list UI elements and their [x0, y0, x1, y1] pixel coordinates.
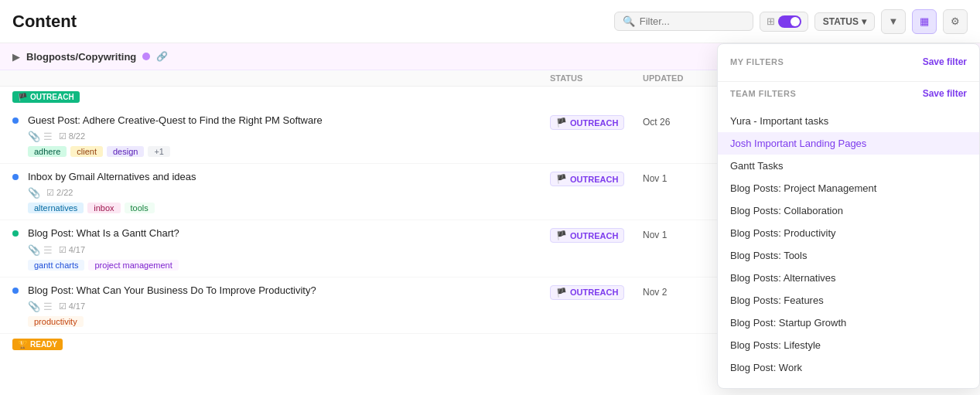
my-filters-title: MY FILTERS	[730, 57, 784, 66]
status-badge: 🏴 OUTREACH	[550, 228, 624, 243]
task-icons: 📎 ☰	[28, 244, 53, 256]
task-content: Inbox by Gmail Alternatives and ideas 📎 …	[28, 170, 550, 213]
filter-item-bp-features[interactable]: Blog Posts: Features	[718, 289, 979, 312]
filter-item-josh[interactable]: Josh Important Landing Pages	[718, 132, 979, 155]
task-title: Guest Post: Adhere Creative-Quest to Fin…	[28, 114, 550, 128]
group-toggle[interactable]: ▶	[12, 51, 20, 63]
outreach-badge: 🏴 OUTREACH	[12, 91, 80, 103]
ready-badge: 🏆 READY	[12, 339, 63, 350]
filter-input-wrap[interactable]: 🔍	[614, 12, 753, 31]
status-badge: 🏴 OUTREACH	[550, 285, 624, 300]
filter-item-gantt[interactable]: Gantt Tasks	[718, 155, 979, 177]
team-filters-section: TEAM FILTERS Save filter	[718, 85, 979, 110]
task-icons: 📎 ☰	[28, 301, 53, 312]
task-indicator	[12, 230, 19, 237]
table-icon: ▦	[920, 15, 929, 27]
group-dot	[142, 53, 150, 60]
tag: design	[107, 146, 144, 157]
grid-icon: ⊞	[767, 15, 775, 27]
header: Content 🔍 ⊞ STATUS ▾ ▼ ▦	[0, 0, 980, 43]
tag: client	[70, 146, 103, 157]
view-button[interactable]: ▦	[912, 9, 937, 34]
toggle-wrap: ⊞	[760, 12, 808, 32]
search-icon: 🔍	[623, 15, 635, 27]
task-status: 🏴 OUTREACH	[550, 226, 643, 243]
task-status: 🏴 OUTREACH	[550, 170, 643, 186]
group-name: Blogposts/Copywriting	[26, 51, 136, 63]
task-title: Inbox by Gmail Alternatives and ideas	[28, 170, 550, 184]
app-container: Content 🔍 ⊞ STATUS ▾ ▼ ▦	[0, 0, 980, 395]
filter-item-bp-collab[interactable]: Blog Posts: Collaboration	[718, 199, 979, 222]
task-content: Blog Post: What Can Your Business Do To …	[28, 284, 550, 327]
task-meta: 📎 ☰ ☑ 4/17	[28, 301, 550, 312]
filter-item-yura[interactable]: Yura - Important tasks	[718, 110, 979, 132]
filter-item-bp-alternatives[interactable]: Blog Posts: Alternatives	[718, 267, 979, 289]
task-check: ☑ 2/22	[46, 188, 73, 198]
divider	[718, 81, 979, 82]
task-indicator	[12, 174, 19, 180]
filter-item-bp-tools[interactable]: Blog Posts: Tools	[718, 244, 979, 267]
task-content: Guest Post: Adhere Creative-Quest to Fin…	[28, 114, 550, 157]
tag: gantt charts	[28, 260, 84, 271]
my-save-filter-link[interactable]: Save filter	[923, 56, 967, 67]
task-title: Blog Post: What Is a Gantt Chart?	[28, 226, 550, 240]
task-tags: productivity	[28, 316, 550, 327]
task-content: Blog Post: What Is a Gantt Chart? 📎 ☰ ☑ …	[28, 226, 550, 270]
filter-icon: ▼	[889, 15, 899, 27]
status-badge: 🏴 OUTREACH	[550, 115, 624, 130]
task-status: 🏴 OUTREACH	[550, 284, 643, 300]
task-updated: Nov 1	[643, 170, 720, 184]
filter-button[interactable]: ▼	[881, 9, 906, 34]
tag: tools	[125, 203, 155, 213]
task-status: 🏴 OUTREACH	[550, 114, 643, 130]
task-meta: 📎 ☑ 2/22	[28, 187, 550, 199]
tag: adhere	[28, 146, 67, 157]
task-title: Blog Post: What Can Your Business Do To …	[28, 284, 550, 298]
tag: project management	[88, 260, 178, 271]
page-title: Content	[12, 12, 77, 32]
task-tags: alternatives inbox tools	[28, 203, 550, 213]
task-tags: gantt charts project management	[28, 260, 550, 271]
task-updated: Oct 26	[643, 114, 720, 128]
chevron-down-icon: ▾	[862, 16, 866, 27]
task-meta: 📎 ☰ ☑ 8/22	[28, 131, 550, 142]
status-badge: 🏴 OUTREACH	[550, 172, 624, 186]
filter-input[interactable]	[640, 15, 745, 27]
tag: +1	[148, 146, 170, 157]
task-check: ☑ 4/17	[59, 301, 85, 312]
gear-icon: ⚙	[951, 15, 960, 27]
col-status-header: STATUS	[550, 73, 643, 83]
toggle-thumb	[790, 17, 800, 26]
status-label: STATUS	[823, 16, 859, 27]
task-tags: adhere client design +1	[28, 146, 550, 157]
task-updated: Nov 2	[643, 284, 720, 298]
filter-item-bp-lifestyle[interactable]: Blog Posts: Lifestyle	[718, 334, 979, 356]
toggle-track[interactable]	[778, 15, 801, 28]
task-icons: 📎	[28, 187, 40, 199]
filter-dropdown: MY FILTERS Save filter TEAM FILTERS Save…	[717, 43, 980, 389]
col-updated-header: UPDATED	[643, 73, 720, 83]
task-check: ☑ 8/22	[59, 131, 85, 141]
trophy-icon: 🏆	[18, 340, 27, 349]
paperclip-icon: 🔗	[156, 51, 168, 62]
task-indicator	[12, 288, 19, 294]
tag: productivity	[28, 316, 84, 327]
task-check: ☑ 4/17	[59, 245, 85, 255]
outreach-flag-icon: 🏴	[18, 93, 27, 101]
filter-item-bp-work[interactable]: Blog Post: Work	[718, 356, 979, 379]
status-button[interactable]: STATUS ▾	[814, 12, 875, 31]
tag: inbox	[87, 203, 120, 213]
my-filters-section: MY FILTERS Save filter	[718, 53, 979, 78]
tag: alternatives	[28, 203, 84, 213]
filter-item-bp-pm[interactable]: Blog Posts: Project Management	[718, 177, 979, 199]
task-indicator	[12, 117, 19, 124]
my-filters-header: MY FILTERS Save filter	[730, 56, 967, 67]
settings-button[interactable]: ⚙	[943, 9, 968, 34]
task-icons: 📎 ☰	[28, 131, 53, 142]
filter-item-bp-startup[interactable]: Blog Post: Startup Growth	[718, 312, 979, 334]
task-meta: 📎 ☰ ☑ 4/17	[28, 244, 550, 256]
task-updated: Nov 1	[643, 226, 720, 240]
team-save-filter-link[interactable]: Save filter	[923, 88, 967, 99]
team-filters-title: TEAM FILTERS	[730, 89, 796, 98]
filter-item-bp-productivity[interactable]: Blog Posts: Productivity	[718, 222, 979, 244]
